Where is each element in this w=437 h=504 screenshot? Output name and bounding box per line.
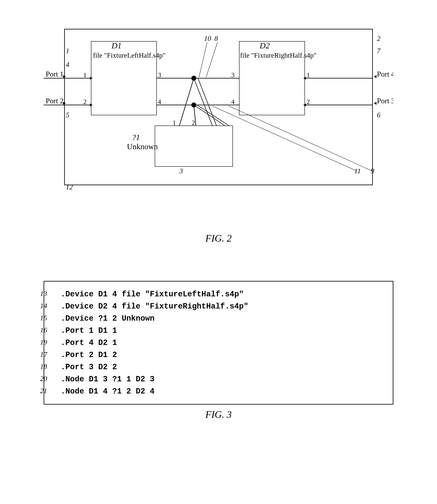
svg-text:8: 8 [214,35,218,42]
svg-text:11: 11 [354,167,361,175]
ref-16: 16 [40,326,47,334]
fig2-diagram: D1 file "FixtureLeftHalf.s4p" D2 file "F… [44,16,393,218]
svg-text:3: 3 [231,71,235,79]
fig2-caption: FIG. 2 [205,232,232,244]
svg-text:4: 4 [231,98,235,105]
code-text-18: .Port 3 D2 2 [61,363,117,372]
svg-text:1: 1 [66,47,69,55]
fig3-container: 13 .Device D1 4 file "FixtureLeftHalf.s4… [44,281,393,420]
svg-text:D1: D1 [111,41,122,50]
svg-line-22 [194,105,225,126]
svg-text:1: 1 [173,119,176,126]
svg-text:4: 4 [158,98,161,105]
svg-text:file "FixtureLeftHalf.s4p": file "FixtureLeftHalf.s4p" [93,51,166,59]
svg-text:6: 6 [377,111,380,119]
code-text-16: .Port 1 D1 1 [61,326,117,335]
svg-text:Unknown: Unknown [127,142,158,151]
svg-line-23 [197,105,229,126]
ref-13: 13 [40,290,47,298]
code-line-21: 21 .Node D1 4 ?1 2 D2 4 [57,387,380,396]
svg-text:3: 3 [158,71,161,79]
svg-line-55 [229,106,372,171]
svg-text:2: 2 [377,35,380,42]
page: D1 file "FixtureLeftHalf.s4p" D2 file "F… [0,0,437,504]
ref-15: 15 [40,314,47,322]
svg-text:7: 7 [377,47,381,55]
ref-14: 14 [40,302,47,310]
code-line-17: 17 .Port 2 D1 2 [57,351,380,359]
code-text-21: .Node D1 4 ?1 2 D2 4 [61,387,155,396]
svg-text:Port 3: Port 3 [377,97,393,105]
code-text-14: .Device D2 4 file "FixtureRightHalf.s4p" [61,302,248,311]
svg-line-20 [194,78,212,126]
svg-text:?1: ?1 [132,133,140,141]
code-line-13: 13 .Device D1 4 file "FixtureLeftHalf.s4… [57,290,380,299]
svg-line-56 [212,106,356,171]
svg-text:3: 3 [179,167,183,175]
svg-marker-13 [303,103,306,106]
ref-17: 17 [40,351,47,358]
code-text-17: .Port 2 D1 2 [61,351,117,359]
code-box: 13 .Device D1 4 file "FixtureLeftHalf.s4… [44,281,393,405]
svg-text:5: 5 [66,111,69,119]
svg-line-18 [179,78,194,126]
diagram-svg: D1 file "FixtureLeftHalf.s4p" D2 file "F… [44,16,393,218]
svg-marker-7 [90,77,93,80]
svg-marker-31 [374,102,377,105]
svg-text:1: 1 [307,71,310,79]
code-text-15: .Device ?1 2 Unknown [61,314,155,323]
svg-line-51 [199,42,207,77]
svg-text:2: 2 [307,98,310,105]
svg-marker-27 [63,102,66,105]
code-line-15: 15 .Device ?1 2 Unknown [57,314,380,323]
svg-marker-11 [303,77,306,80]
code-line-16: 16 .Port 1 D1 1 [57,326,380,335]
ref-19: 19 [40,338,47,346]
svg-text:D2: D2 [259,41,270,50]
ref-18: 18 [40,363,47,370]
svg-marker-9 [90,103,93,106]
code-text-19: .Port 4 D2 1 [61,338,117,347]
fig3-caption: FIG. 3 [44,409,393,420]
code-line-20: 20 .Node D1 3 ?1 1 D2 3 [57,375,380,383]
ref-21: 21 [40,387,47,395]
code-text-13: .Device D1 4 file "FixtureLeftHalf.s4p" [61,290,244,299]
ref-20: 20 [40,375,47,383]
svg-text:file "FixtureRightHalf.s4p": file "FixtureRightHalf.s4p" [240,51,317,59]
svg-text:Port 2: Port 2 [46,97,64,105]
svg-line-52 [206,42,218,77]
svg-text:9: 9 [371,167,374,175]
svg-text:1: 1 [83,71,87,79]
svg-text:2: 2 [83,98,87,105]
code-line-14: 14 .Device D2 4 file "FixtureRightHalf.s… [57,302,380,311]
svg-text:Port 1: Port 1 [46,70,64,78]
svg-text:2: 2 [192,119,195,126]
svg-text:10: 10 [204,35,211,42]
code-line-19: 19 .Port 4 D2 1 [57,338,380,347]
svg-text:Port 4: Port 4 [377,70,393,78]
svg-marker-25 [63,75,66,78]
svg-marker-29 [374,75,377,78]
code-line-18: 18 .Port 3 D2 2 [57,363,380,372]
svg-text:12: 12 [66,183,73,191]
code-text-20: .Node D1 3 ?1 1 D2 3 [61,375,155,383]
svg-text:4: 4 [66,61,69,68]
